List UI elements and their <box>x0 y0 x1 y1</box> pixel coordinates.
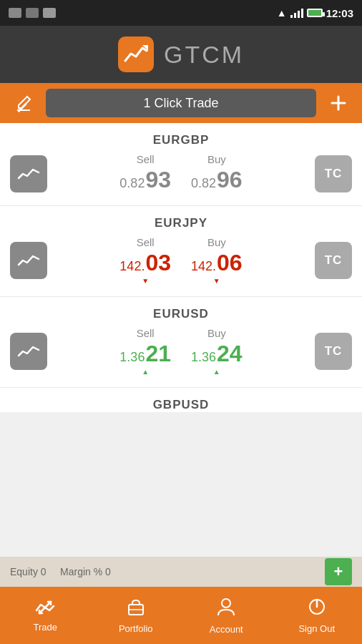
notification-icon <box>9 8 21 18</box>
tc-button-eurjpy[interactable]: TC <box>315 242 352 279</box>
buy-label-eurusd: Buy <box>207 327 226 339</box>
buy-value-eurusd: 1.36 24 <box>191 341 243 367</box>
buy-small-eurgbp: 0.82 <box>191 176 216 191</box>
buy-small-eurjpy: 142. <box>191 259 216 274</box>
sell-small-eurusd: 1.36 <box>119 350 145 365</box>
pair-name-gbpusd: GBPUSD <box>0 388 362 412</box>
buy-label-eurgbp: Buy <box>207 153 226 165</box>
signout-icon <box>308 597 326 620</box>
signal-icon <box>290 8 303 18</box>
margin-value: Margin % 0 <box>60 566 111 577</box>
price-group-eurusd: Sell 1.36 21 ▲ Buy 1.36 24 ▲ <box>47 327 315 376</box>
chart-icon-eurgbp <box>17 165 40 182</box>
pair-prices-eurjpy: Sell 142. 03 ▼ Buy 142. 06 ▼ TC <box>10 236 352 285</box>
cloud-icon <box>26 8 39 18</box>
status-right-icons: ▲ 12:03 <box>277 7 353 19</box>
pair-prices-eurgbp: Sell 0.82 93 Buy 0.82 96 TC <box>10 153 352 194</box>
app-header: GTCM <box>0 26 362 83</box>
buy-value-eurjpy: 142. 06 <box>191 250 243 276</box>
bottom-nav: Trade Portfolio Account Sign Out <box>0 587 362 644</box>
sell-label-eurgbp: Sell <box>137 153 155 165</box>
trade-icon <box>35 599 55 619</box>
sell-side-eurjpy: Sell 142. 03 ▼ <box>119 236 171 285</box>
sell-large-eurjpy: 03 <box>145 250 171 276</box>
equity-value: Equity 0 <box>10 566 47 577</box>
pairs-container: EURGBP Sell 0.82 93 Buy <box>0 123 362 412</box>
price-group-eurjpy: Sell 142. 03 ▼ Buy 142. 06 ▼ <box>47 236 315 285</box>
chart-icon-eurusd <box>17 343 40 360</box>
sell-side-eurusd: Sell 1.36 21 ▲ <box>119 327 171 376</box>
buy-side-eurusd: Buy 1.36 24 ▲ <box>191 327 243 376</box>
pair-eurjpy: EURJPY Sell 142. 03 ▼ Buy <box>0 206 362 297</box>
sell-large-eurgbp: 93 <box>145 167 171 193</box>
logo-chart-icon <box>124 42 148 67</box>
sell-small-eurjpy: 142. <box>119 259 145 274</box>
buy-arrow-eurusd: ▲ <box>213 368 220 376</box>
nav-trade-label: Trade <box>34 622 57 633</box>
edit-button[interactable] <box>10 89 37 117</box>
price-group-eurgbp: Sell 0.82 93 Buy 0.82 96 <box>47 153 315 194</box>
sell-small-eurgbp: 0.82 <box>119 176 145 191</box>
buy-arrow-eurjpy: ▼ <box>213 277 220 285</box>
sell-value-eurusd: 1.36 21 <box>119 341 171 367</box>
sell-side-eurgbp: Sell 0.82 93 <box>119 153 171 194</box>
pair-gbpusd-partial: GBPUSD <box>0 388 362 412</box>
toolbar: 1 Click Trade <box>0 83 362 123</box>
add-button[interactable] <box>325 89 352 117</box>
status-left-icons <box>9 8 273 18</box>
app-logo <box>118 36 154 72</box>
chart-button-eurusd[interactable] <box>10 333 47 370</box>
nav-account-label: Account <box>210 624 243 635</box>
buy-side-eurgbp: Buy 0.82 96 <box>191 153 243 194</box>
account-icon <box>217 597 235 621</box>
edit-icon <box>14 94 33 112</box>
status-time: 12:03 <box>326 7 353 19</box>
pair-name-eurgbp: EURGBP <box>10 133 352 147</box>
sell-large-eurusd: 21 <box>145 341 171 367</box>
buy-large-eurgbp: 96 <box>217 167 243 193</box>
app-title: GTCM <box>164 41 244 69</box>
nav-portfolio-label: Portfolio <box>119 623 153 634</box>
tc-button-eurgbp[interactable]: TC <box>315 155 352 192</box>
tc-button-eurusd[interactable]: TC <box>315 333 352 370</box>
sell-value-eurjpy: 142. 03 <box>119 250 171 276</box>
image-icon <box>43 8 56 18</box>
nav-portfolio[interactable]: Portfolio <box>91 587 182 644</box>
portfolio-icon <box>126 597 146 620</box>
buy-small-eurusd: 1.36 <box>191 350 216 365</box>
pair-prices-eurusd: Sell 1.36 21 ▲ Buy 1.36 24 ▲ TC <box>10 327 352 376</box>
equity-add-button[interactable]: + <box>325 558 352 585</box>
buy-value-eurgbp: 0.82 96 <box>191 167 243 193</box>
sell-label-eurjpy: Sell <box>137 236 155 248</box>
sell-arrow-eurjpy: ▼ <box>142 277 149 285</box>
buy-label-eurjpy: Buy <box>207 236 226 248</box>
status-bar: ▲ 12:03 <box>0 0 362 26</box>
sell-label-eurusd: Sell <box>137 327 155 339</box>
nav-account[interactable]: Account <box>181 587 272 644</box>
nav-signout[interactable]: Sign Out <box>272 587 363 644</box>
buy-large-eurusd: 24 <box>217 341 243 367</box>
battery-icon <box>307 9 323 17</box>
pair-name-eurjpy: EURJPY <box>10 216 352 230</box>
wifi-icon: ▲ <box>277 7 287 19</box>
one-click-trade-button[interactable]: 1 Click Trade <box>46 89 316 117</box>
buy-large-eurjpy: 06 <box>217 250 243 276</box>
chart-icon-eurjpy <box>17 252 40 269</box>
sell-arrow-eurusd: ▲ <box>142 368 149 376</box>
buy-side-eurjpy: Buy 142. 06 ▼ <box>191 236 243 285</box>
equity-text: Equity 0 Margin % 0 <box>10 566 325 577</box>
add-icon <box>329 94 348 112</box>
chart-button-eurgbp[interactable] <box>10 155 47 192</box>
sell-value-eurgbp: 0.82 93 <box>119 167 171 193</box>
equity-bar: Equity 0 Margin % 0 + <box>0 557 362 587</box>
nav-trade[interactable]: Trade <box>0 587 91 644</box>
pair-eurgbp: EURGBP Sell 0.82 93 Buy <box>0 123 362 206</box>
pair-eurusd: EURUSD Sell 1.36 21 ▲ Buy <box>0 297 362 388</box>
nav-signout-label: Sign Out <box>298 623 335 634</box>
chart-button-eurjpy[interactable] <box>10 242 47 279</box>
svg-point-8 <box>222 599 230 608</box>
pair-name-eurusd: EURUSD <box>10 307 352 321</box>
